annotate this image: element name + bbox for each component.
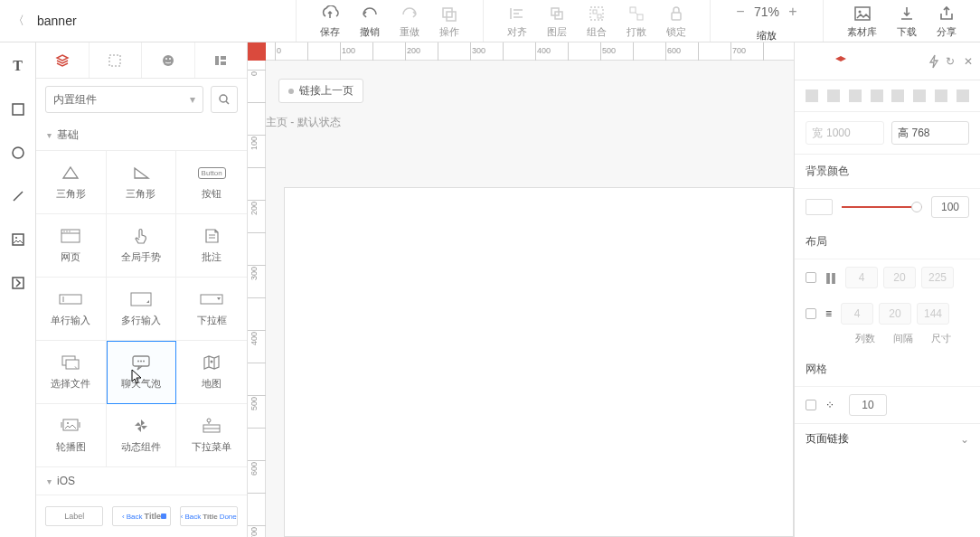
component-search-button[interactable]: [211, 86, 238, 113]
rows-checkbox[interactable]: [806, 308, 816, 319]
master-tab[interactable]: [90, 42, 143, 78]
triangle-right-icon: [128, 164, 154, 182]
rows-size-input[interactable]: 144: [917, 303, 949, 325]
align-bottom-icon[interactable]: [913, 90, 926, 102]
align-left-icon: [507, 4, 527, 24]
grid-checkbox[interactable]: [806, 400, 816, 410]
share-button[interactable]: 分享: [937, 4, 956, 39]
text-tool[interactable]: T: [9, 57, 27, 75]
align-right-icon[interactable]: [849, 90, 862, 102]
opacity-input[interactable]: 100: [931, 196, 969, 218]
grid-size-input[interactable]: 10: [849, 394, 887, 416]
undo-button[interactable]: 撤销: [360, 4, 380, 39]
zoom-in-button[interactable]: +: [787, 4, 799, 20]
line-tool[interactable]: [9, 187, 27, 205]
comp-select[interactable]: 下拉框: [176, 278, 247, 341]
layer-button[interactable]: 图层: [547, 4, 567, 39]
ruler-vertical[interactable]: 0100200300400500600700: [248, 61, 266, 537]
align-top-icon[interactable]: [871, 90, 883, 102]
comp-triangle-right[interactable]: 三角形: [107, 151, 177, 214]
chevron-down-icon: ▾: [190, 93, 195, 106]
properties-tab[interactable]: [795, 54, 888, 69]
download-button[interactable]: 下载: [897, 4, 917, 39]
library-button[interactable]: 素材库: [847, 4, 877, 39]
gesture-icon: [128, 227, 154, 245]
section-ios-header[interactable]: ▾ iOS: [36, 467, 247, 495]
svg-point-20: [169, 58, 171, 60]
circle-tool[interactable]: [9, 144, 27, 162]
svg-rect-17: [109, 55, 120, 66]
comp-textarea[interactable]: 多行输入: [107, 278, 177, 341]
ungroup-button[interactable]: 打散: [627, 4, 646, 39]
save-button[interactable]: 保存: [320, 4, 340, 39]
height-input[interactable]: 高 768: [891, 121, 970, 145]
section-basic-header[interactable]: ▾ 基础: [36, 120, 247, 151]
comp-carousel[interactable]: 轮播图: [36, 404, 107, 467]
columns-icon: ‖‖: [825, 271, 836, 284]
zoom-value[interactable]: 71%: [754, 5, 779, 19]
component-category-select[interactable]: 内置组件 ▾: [45, 86, 203, 113]
comp-file[interactable]: 选择文件: [36, 341, 107, 404]
zoom-out-button[interactable]: −: [734, 4, 747, 20]
icons-tab[interactable]: [142, 42, 195, 78]
align-center-v-icon[interactable]: [891, 90, 904, 102]
carousel-icon: [58, 417, 83, 435]
canvas[interactable]: 0100200300400500600700 01002003004005006…: [248, 42, 794, 537]
components-tab[interactable]: [36, 42, 90, 78]
comp-dynamic[interactable]: 动态组件: [107, 404, 177, 467]
align-left-icon[interactable]: [806, 90, 818, 102]
distribute-h-icon[interactable]: [935, 90, 947, 102]
comp-annotation[interactable]: 批注: [176, 214, 247, 278]
redo-button[interactable]: 重做: [400, 4, 419, 39]
canvas-page-title: 主页 - 默认状态: [266, 115, 341, 130]
comp-map[interactable]: 地图: [176, 341, 247, 404]
comp-input[interactable]: 单行输入: [36, 278, 107, 341]
link-previous-page[interactable]: 链接上一页: [278, 79, 363, 103]
close-icon[interactable]: ✕: [964, 55, 973, 68]
comp-chat-bubble[interactable]: 聊天气泡: [107, 341, 177, 404]
cols-count-input[interactable]: 4: [845, 267, 878, 288]
comp-gesture[interactable]: 全局手势: [107, 214, 177, 278]
group-button[interactable]: 组合: [587, 4, 607, 39]
width-input: 宽 1000: [806, 121, 884, 145]
map-icon: [199, 353, 224, 372]
canvas-page[interactable]: [284, 187, 794, 537]
image-tool[interactable]: [9, 231, 27, 249]
back-chevron-icon[interactable]: 〈: [13, 13, 24, 29]
svg-point-26: [64, 231, 65, 231]
ios-navbar-done-chip[interactable]: ‹Back Title Done: [180, 506, 238, 526]
bg-color-swatch[interactable]: [806, 199, 833, 215]
my-tab[interactable]: [195, 42, 248, 78]
rect-tool[interactable]: [9, 100, 27, 118]
columns-checkbox[interactable]: [806, 272, 816, 283]
svg-rect-21: [215, 56, 219, 65]
comp-dropdown-menu[interactable]: 下拉菜单: [176, 404, 247, 467]
operate-button[interactable]: 操作: [439, 4, 459, 39]
cols-gap-input[interactable]: 20: [883, 267, 916, 288]
distribute-v-icon[interactable]: [956, 90, 969, 102]
rows-count-input[interactable]: 4: [841, 303, 873, 325]
refresh-icon[interactable]: ↻: [946, 55, 955, 68]
ios-label-chip[interactable]: Label: [45, 506, 103, 526]
grid-section-header: 网格: [795, 353, 980, 387]
alignment-row: [795, 80, 980, 112]
svg-rect-30: [131, 293, 151, 306]
comp-triangle[interactable]: 三角形: [36, 151, 107, 214]
ruler-origin[interactable]: [248, 42, 266, 61]
ruler-horizontal[interactable]: 0100200300400500600700: [266, 42, 794, 61]
comp-button[interactable]: Button 按钮: [176, 151, 247, 214]
align-button[interactable]: 对齐: [507, 4, 527, 39]
cols-size-input[interactable]: 225: [921, 267, 954, 288]
opacity-slider[interactable]: [842, 206, 922, 208]
ios-navbar-chip[interactable]: ‹Back Title: [112, 506, 170, 526]
page-links-section[interactable]: 页面链接 ⌄: [795, 423, 980, 454]
comp-webpage[interactable]: 网页: [36, 214, 107, 278]
lock-button[interactable]: 锁定: [666, 4, 686, 39]
triangle-icon: [58, 164, 83, 182]
zoom-control: − 71% + 缩放: [710, 0, 823, 42]
rows-gap-input[interactable]: 20: [879, 303, 911, 325]
svg-rect-14: [13, 234, 24, 245]
align-center-h-icon[interactable]: [827, 90, 840, 102]
interaction-tool[interactable]: [9, 274, 27, 292]
svg-rect-9: [672, 13, 681, 20]
